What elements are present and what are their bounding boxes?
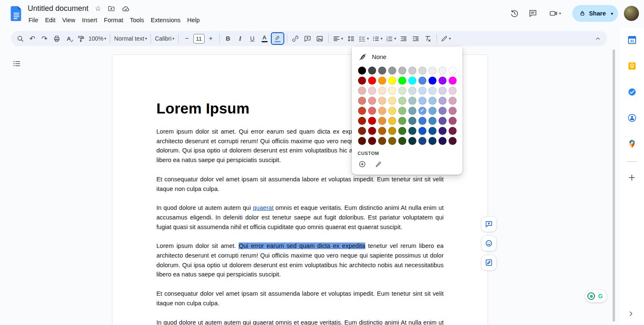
bold-button[interactable]: B (222, 33, 234, 44)
font-select[interactable]: Calibri ▾ (153, 33, 175, 44)
color-swatch[interactable] (388, 77, 396, 85)
color-swatch[interactable] (398, 77, 406, 85)
bulleted-list-button[interactable]: ▾ (371, 33, 384, 44)
italic-button[interactable]: I (234, 33, 246, 44)
insert-emoji-fab[interactable] (481, 235, 497, 251)
paint-format-button[interactable] (75, 33, 87, 44)
color-swatch[interactable] (428, 97, 436, 105)
color-swatch[interactable] (428, 137, 436, 145)
color-swatch[interactable] (358, 67, 366, 75)
color-swatch[interactable] (449, 137, 457, 145)
color-swatch[interactable] (428, 67, 436, 75)
color-swatch[interactable] (408, 127, 416, 135)
add-comment-button[interactable] (302, 33, 314, 44)
color-swatch[interactable] (408, 97, 416, 105)
color-swatch[interactable] (398, 97, 406, 105)
color-swatch[interactable] (439, 67, 447, 75)
color-swatch[interactable] (358, 87, 366, 95)
color-swatch[interactable] (408, 117, 416, 125)
tasks-button[interactable] (623, 83, 640, 100)
color-swatch[interactable] (368, 97, 376, 105)
color-swatch[interactable] (388, 137, 396, 145)
share-dropdown-icon[interactable]: ▾ (611, 11, 613, 16)
eyedropper-button[interactable] (373, 159, 384, 170)
contacts-button[interactable] (623, 109, 640, 126)
add-custom-color-button[interactable] (357, 159, 368, 170)
color-swatch[interactable] (388, 67, 396, 75)
maps-button[interactable] (623, 135, 640, 152)
color-swatch[interactable] (418, 137, 426, 145)
text-link[interactable]: quaerat (253, 204, 274, 211)
color-swatch[interactable] (368, 107, 376, 115)
menu-extensions[interactable]: Extensions (148, 15, 184, 25)
color-swatch[interactable] (388, 87, 396, 95)
menu-tools[interactable]: Tools (127, 15, 148, 25)
docs-logo-icon[interactable] (10, 5, 22, 21)
vertical-scrollbar[interactable] (613, 49, 615, 322)
paragraph-style-select[interactable]: Normal text ▾ (113, 33, 148, 44)
decrease-indent-button[interactable] (398, 33, 410, 44)
increase-font-size-button[interactable]: + (205, 33, 217, 44)
color-swatch[interactable] (439, 87, 447, 95)
star-button[interactable]: ☆ (95, 5, 101, 12)
calendar-button[interactable]: 31 (623, 31, 640, 48)
highlight-color-button[interactable] (271, 32, 284, 45)
numbered-list-button[interactable]: 1 2 3 ▾ (384, 33, 397, 44)
decrease-font-size-button[interactable]: − (181, 33, 193, 44)
color-swatch[interactable] (449, 77, 457, 85)
menu-file[interactable]: File (25, 15, 42, 25)
align-button[interactable]: ▾ (331, 33, 345, 44)
menu-help[interactable]: Help (184, 15, 203, 25)
search-menus-button[interactable] (14, 33, 26, 44)
underline-button[interactable]: U (247, 33, 258, 44)
color-swatch[interactable] (408, 77, 416, 85)
color-swatch[interactable] (398, 107, 406, 115)
color-swatch[interactable] (368, 67, 376, 75)
color-swatch[interactable] (439, 97, 447, 105)
color-swatch[interactable] (378, 77, 386, 85)
color-swatch[interactable] (378, 127, 386, 135)
highlight-none-option[interactable]: None (352, 49, 462, 64)
color-swatch[interactable] (378, 97, 386, 105)
insert-link-button[interactable] (290, 33, 301, 44)
clear-formatting-button[interactable] (422, 33, 434, 44)
color-swatch[interactable] (449, 107, 457, 115)
color-swatch[interactable]: ✓ (418, 107, 426, 115)
editing-mode-button[interactable]: ▾ (439, 33, 452, 44)
color-swatch[interactable] (388, 107, 396, 115)
color-swatch[interactable] (358, 77, 366, 85)
font-size-input[interactable]: 11 (193, 34, 205, 44)
color-swatch[interactable] (388, 127, 396, 135)
avatar[interactable] (624, 6, 639, 21)
color-swatch[interactable] (398, 87, 406, 95)
color-swatch[interactable] (449, 127, 457, 135)
color-swatch[interactable] (388, 117, 396, 125)
line-spacing-button[interactable] (345, 33, 356, 44)
zoom-select[interactable]: 100% ▾ (87, 33, 107, 44)
color-swatch[interactable] (368, 117, 376, 125)
color-swatch[interactable] (398, 137, 406, 145)
color-swatch[interactable] (378, 117, 386, 125)
color-swatch[interactable] (368, 127, 376, 135)
color-swatch[interactable] (358, 107, 366, 115)
color-swatch[interactable] (358, 117, 366, 125)
color-swatch[interactable] (449, 117, 457, 125)
color-swatch[interactable] (449, 97, 457, 105)
version-history-button[interactable] (506, 5, 523, 22)
color-swatch[interactable] (418, 127, 426, 135)
color-swatch[interactable] (439, 127, 447, 135)
document-status-cloud-icon[interactable] (122, 5, 130, 13)
color-swatch[interactable] (418, 77, 426, 85)
get-addons-button[interactable] (623, 169, 640, 186)
color-swatch[interactable] (358, 127, 366, 135)
color-swatch[interactable] (418, 87, 426, 95)
text-color-button[interactable]: A (259, 33, 270, 44)
hide-side-panel-button[interactable] (627, 310, 635, 317)
color-swatch[interactable] (439, 137, 447, 145)
color-swatch[interactable] (398, 67, 406, 75)
keep-button[interactable] (623, 57, 640, 74)
join-call-button[interactable]: ▾ (543, 5, 567, 22)
color-swatch[interactable] (368, 77, 376, 85)
suggest-edits-fab[interactable] (481, 255, 497, 271)
menu-format[interactable]: Format (101, 15, 127, 25)
